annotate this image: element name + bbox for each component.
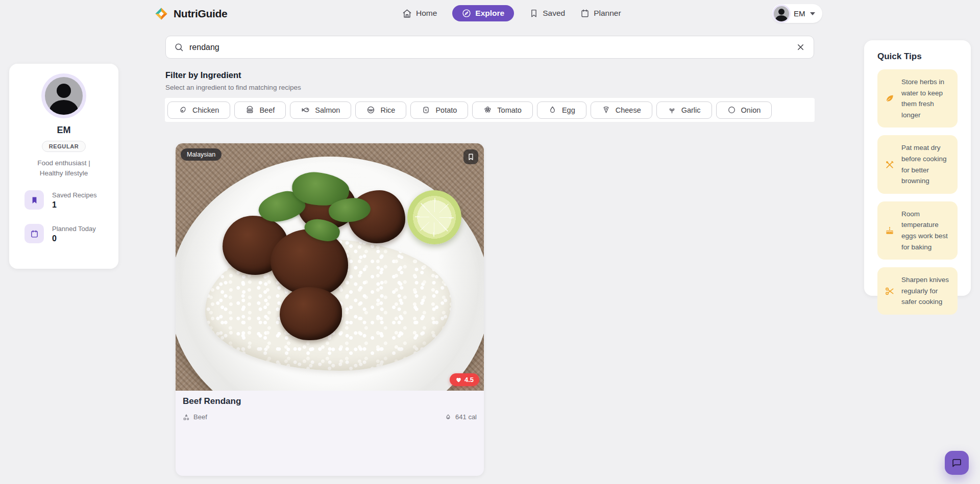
- meat-graphic: [280, 287, 342, 340]
- compass-icon: [462, 9, 471, 18]
- flower-icon: [483, 106, 492, 114]
- calendar-icon: [580, 9, 590, 18]
- recipe-calories: 641 cal: [445, 413, 477, 421]
- chip-label: Chicken: [192, 106, 219, 114]
- chat-button[interactable]: [945, 451, 969, 475]
- account-initials: EM: [794, 9, 805, 18]
- stat-value: 0: [52, 234, 96, 243]
- tip-text: Sharpen knives regularly for safer cooki…: [901, 274, 950, 308]
- nav-item-explore[interactable]: Explore: [452, 5, 514, 21]
- rice-bowl-icon: [366, 106, 375, 114]
- egg-icon: [548, 106, 557, 114]
- app-logo[interactable]: NutriGuide: [154, 7, 228, 21]
- chip-label: Beef: [259, 106, 275, 114]
- fish-icon: [301, 106, 310, 114]
- calories-label: 641 cal: [455, 413, 477, 421]
- avatar: [45, 77, 83, 115]
- chip-label: Garlic: [681, 106, 701, 114]
- rating-value: 4.5: [464, 376, 474, 384]
- chevron-down-icon: [810, 12, 815, 15]
- home-icon: [402, 9, 412, 18]
- search-bar: [165, 36, 814, 59]
- tip-knives: Sharpen knives regularly for safer cooki…: [877, 267, 958, 315]
- recipe-title: Beef Rendang: [183, 396, 477, 406]
- nav-item-saved[interactable]: Saved: [529, 9, 565, 18]
- clear-search-button[interactable]: [796, 42, 805, 52]
- chip-label: Onion: [741, 106, 761, 114]
- bookmark-recipe-button[interactable]: [463, 149, 478, 164]
- recipe-main-ingredient: Beef: [183, 413, 207, 421]
- nav-item-planner[interactable]: Planner: [580, 9, 621, 18]
- potato-icon: [422, 106, 430, 114]
- chip-garlic[interactable]: Garlic: [656, 101, 712, 119]
- leaf-icon: [885, 93, 895, 104]
- recipe-card-body: Beef Rendang Beef 641 cal: [176, 391, 484, 426]
- nav-label: Explore: [475, 9, 504, 18]
- nav-label: Home: [416, 9, 437, 18]
- rating-badge: 4.5: [450, 373, 479, 386]
- chip-label: Egg: [562, 106, 575, 114]
- chip-potato[interactable]: Potato: [410, 101, 468, 119]
- burger-icon: [246, 106, 254, 114]
- chip-egg[interactable]: Egg: [537, 101, 586, 119]
- chip-chicken[interactable]: Chicken: [167, 101, 230, 119]
- tip-text: Pat meat dry before cooking for better b…: [901, 142, 950, 186]
- filter-section-title: Filter by Ingredient: [165, 70, 241, 80]
- avatar: [774, 6, 789, 21]
- nav-label: Saved: [543, 9, 565, 18]
- tip-text: Store herbs in water to keep them fresh …: [901, 77, 950, 120]
- ingredient-chips-strip: Chicken Beef Salmon Rice Potato Tomato: [165, 98, 815, 122]
- network-icon: [183, 414, 190, 421]
- account-menu-button[interactable]: EM: [772, 4, 822, 23]
- stat-value: 1: [52, 200, 96, 210]
- quick-tips-title: Quick Tips: [877, 52, 958, 62]
- main-nav: Home Explore Saved Planner: [402, 4, 621, 23]
- bookmark-icon: [467, 153, 475, 161]
- cuisine-tag: Malaysian: [181, 148, 222, 161]
- chip-cheese[interactable]: Cheese: [591, 101, 652, 119]
- calendar-icon: [24, 224, 44, 243]
- brand-diamond-icon: [154, 7, 168, 21]
- chip-label: Tomato: [497, 106, 522, 114]
- tip-text: Room temperature eggs work best for baki…: [901, 209, 950, 252]
- lime-graphic: [407, 190, 461, 244]
- profile-name: EM: [57, 125, 71, 136]
- stat-saved-recipes: Saved Recipes 1: [24, 190, 103, 210]
- chip-rice[interactable]: Rice: [355, 101, 406, 119]
- stat-label: Saved Recipes: [52, 190, 96, 199]
- tip-meat: Pat meat dry before cooking for better b…: [877, 135, 958, 193]
- bookmark-icon: [529, 9, 538, 18]
- filter-section-subtitle: Select an ingredient to find matching re…: [165, 84, 301, 91]
- ingredient-label: Beef: [193, 413, 207, 421]
- bookmark-icon: [24, 190, 44, 210]
- chip-onion[interactable]: Onion: [716, 101, 772, 119]
- chip-label: Rice: [380, 106, 395, 114]
- chip-salmon[interactable]: Salmon: [290, 101, 351, 119]
- stat-planned-today: Planned Today 0: [24, 224, 103, 243]
- search-icon: [174, 42, 184, 52]
- tip-herbs: Store herbs in water to keep them fresh …: [877, 69, 958, 128]
- chip-label: Cheese: [616, 106, 641, 114]
- stat-label: Planned Today: [52, 224, 96, 233]
- scissors-icon: [885, 286, 895, 296]
- recipe-card-beef-rendang[interactable]: Malaysian 4.5 Beef Rendang Beef 641 cal: [176, 143, 484, 476]
- utensils-crossed-icon: [885, 160, 895, 170]
- profile-tagline: Food enthusiast | Healthy lifestyle: [26, 158, 102, 178]
- chip-tomato[interactable]: Tomato: [472, 101, 533, 119]
- tier-badge: REGULAR: [42, 141, 86, 152]
- drumstick-icon: [179, 106, 187, 114]
- chip-beef[interactable]: Beef: [234, 101, 286, 119]
- heart-icon: [455, 376, 462, 383]
- profile-stats: Saved Recipes 1 Planned Today 0: [9, 190, 118, 243]
- flame-icon: [445, 414, 452, 421]
- quick-tips-panel: Quick Tips Store herbs in water to keep …: [864, 40, 971, 296]
- profile-card: EM REGULAR Food enthusiast | Healthy lif…: [9, 64, 118, 269]
- sprout-icon: [668, 106, 676, 114]
- circle-icon: [727, 106, 736, 114]
- nav-label: Planner: [594, 9, 621, 18]
- close-icon: [796, 42, 805, 52]
- search-input[interactable]: [189, 43, 790, 52]
- cake-icon: [885, 225, 895, 236]
- nav-item-home[interactable]: Home: [402, 9, 437, 18]
- tip-eggs: Room temperature eggs work best for baki…: [877, 201, 958, 260]
